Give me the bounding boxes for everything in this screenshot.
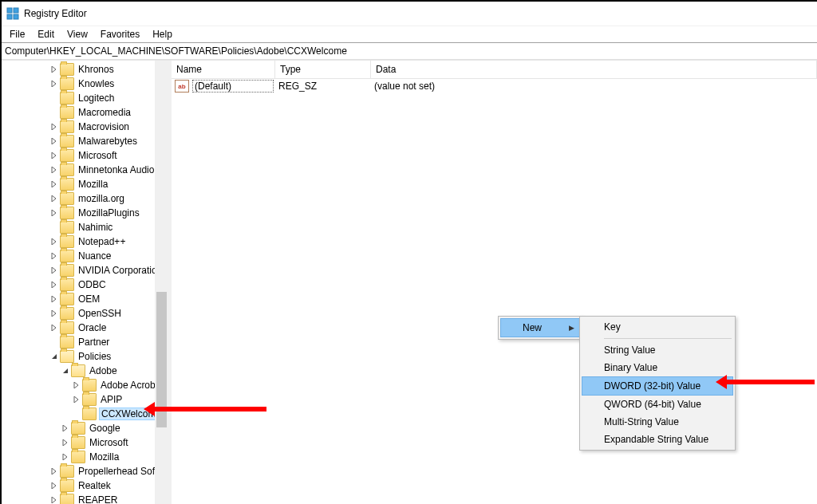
expand-icon[interactable] — [49, 209, 59, 218]
menu-favorites[interactable]: Favorites — [94, 27, 146, 41]
collapse-icon[interactable] — [49, 352, 59, 361]
tree-item[interactable]: Macrovision — [5, 120, 158, 134]
expand-icon[interactable] — [49, 266, 59, 275]
menu-edit[interactable]: Edit — [31, 27, 61, 41]
tree-item[interactable]: Oracle — [5, 321, 158, 335]
tree-item[interactable]: Policies — [5, 349, 158, 364]
expand-icon[interactable] — [49, 80, 59, 89]
tree-item[interactable]: Nahimic — [5, 220, 158, 234]
expand-icon[interactable] — [49, 166, 59, 175]
context-menu-item[interactable]: Expandable String Value — [582, 431, 733, 448]
context-menu-item[interactable]: Multi-String Value — [582, 413, 733, 431]
expand-icon[interactable] — [49, 281, 59, 289]
context-menu-item[interactable]: String Value — [582, 341, 733, 359]
registry-tree[interactable]: KhronosKnowlesLogitechMacromediaMacrovis… — [2, 61, 158, 504]
expand-icon[interactable] — [49, 252, 59, 261]
expand-icon[interactable] — [49, 482, 59, 490]
tree-item[interactable]: Mozilla — [5, 177, 158, 191]
col-header-data[interactable]: Data — [371, 61, 817, 78]
menu-file[interactable]: File — [3, 27, 31, 41]
tree-item[interactable]: ODBC — [5, 278, 158, 292]
tree-item[interactable]: Mozilla — [5, 450, 158, 464]
tree-item[interactable]: Partner — [5, 335, 158, 349]
tree-item[interactable]: Logitech — [5, 91, 158, 105]
folder-icon — [60, 106, 74, 119]
tree-item[interactable]: Realtek — [5, 478, 158, 493]
expand-icon[interactable] — [49, 467, 59, 476]
folder-icon — [60, 192, 74, 205]
expand-icon[interactable] — [49, 324, 59, 333]
tree-item[interactable]: CCXWelcome — [5, 407, 158, 421]
folder-icon — [60, 120, 74, 133]
submenu-arrow-icon: ▶ — [569, 324, 574, 332]
tree-item[interactable]: Microsoft — [5, 435, 158, 450]
tree-item[interactable]: Minnetonka Audio Software — [5, 163, 158, 177]
tree-item[interactable]: Google — [5, 421, 158, 435]
context-menu-item[interactable]: Binary Value — [582, 359, 733, 376]
expand-icon[interactable] — [72, 381, 81, 390]
expand-icon[interactable] — [61, 424, 70, 433]
collapse-icon[interactable] — [61, 367, 70, 376]
tree-item[interactable]: MozillaPlugins — [5, 206, 158, 220]
folder-icon — [60, 92, 74, 104]
context-menu-item[interactable]: QWORD (64-bit) Value — [582, 396, 733, 413]
window-title: Registry Editor — [24, 8, 87, 19]
expand-icon[interactable] — [49, 195, 59, 203]
tree-item-label: Logitech — [77, 93, 116, 104]
tree-item-label: APIP — [99, 394, 124, 405]
expand-icon[interactable] — [49, 295, 59, 304]
list-row[interactable]: ab (Default) REG_SZ (value not set) — [172, 79, 817, 93]
context-menu-item[interactable]: DWORD (32-bit) Value — [582, 376, 733, 396]
expand-icon[interactable] — [49, 123, 59, 132]
expand-icon[interactable] — [72, 396, 81, 404]
tree-scrollbar[interactable] — [155, 61, 168, 504]
svg-rect-0 — [7, 8, 12, 13]
expand-icon[interactable] — [49, 309, 59, 318]
tree-item[interactable]: Propellerhead Software — [5, 464, 158, 478]
tree-item-label: Khronos — [77, 64, 116, 75]
tree-item-label: Mozilla — [77, 179, 109, 190]
expand-icon[interactable] — [61, 439, 70, 447]
tree-item-label: Macrovision — [77, 121, 131, 132]
tree-item[interactable]: Knowles — [5, 77, 158, 91]
svg-rect-2 — [7, 14, 12, 19]
folder-icon — [60, 278, 74, 291]
tree-item[interactable]: Adobe — [5, 364, 158, 378]
expand-icon[interactable] — [49, 65, 59, 74]
context-menu-item[interactable]: Key — [582, 318, 733, 336]
menu-view[interactable]: View — [61, 27, 94, 41]
tree-item[interactable]: OEM — [5, 292, 158, 306]
folder-icon — [60, 221, 74, 234]
tree-item[interactable]: Macromedia — [5, 105, 158, 120]
tree-item[interactable]: Notepad++ — [5, 234, 158, 249]
tree-item[interactable]: Malwarebytes — [5, 134, 158, 148]
tree-item-label: Adobe — [88, 365, 119, 376]
string-value-icon: ab — [175, 80, 189, 93]
col-header-type[interactable]: Type — [275, 61, 371, 78]
tree-item-label: OEM — [77, 293, 101, 305]
tree-item[interactable]: Khronos — [5, 62, 158, 77]
tree-item[interactable]: Adobe Acrobat — [5, 378, 158, 392]
folder-icon — [60, 250, 74, 262]
tree-item[interactable]: Microsoft — [5, 148, 158, 163]
tree-item[interactable]: mozilla.org — [5, 191, 158, 206]
context-menu-new[interactable]: New ▶ — [500, 318, 580, 337]
col-header-name[interactable]: Name — [172, 61, 275, 78]
address-bar[interactable]: Computer\HKEY_LOCAL_MACHINE\SOFTWARE\Pol… — [2, 42, 817, 60]
expand-icon[interactable] — [49, 496, 59, 505]
tree-item[interactable]: Nuance — [5, 249, 158, 263]
folder-icon — [60, 350, 74, 363]
expand-icon[interactable] — [49, 152, 59, 160]
expand-icon[interactable] — [61, 453, 70, 462]
menu-help[interactable]: Help — [146, 27, 179, 41]
expand-icon[interactable] — [49, 238, 59, 246]
tree-item[interactable]: NVIDIA Corporation — [5, 263, 158, 278]
expand-icon[interactable] — [49, 180, 59, 189]
folder-icon — [60, 307, 74, 320]
tree-item[interactable]: REAPER — [5, 493, 158, 504]
tree-item[interactable]: OpenSSH — [5, 306, 158, 321]
tree-item[interactable]: APIP — [5, 392, 158, 407]
svg-rect-3 — [14, 14, 18, 19]
expand-icon[interactable] — [49, 137, 59, 146]
folder-icon — [60, 264, 74, 277]
